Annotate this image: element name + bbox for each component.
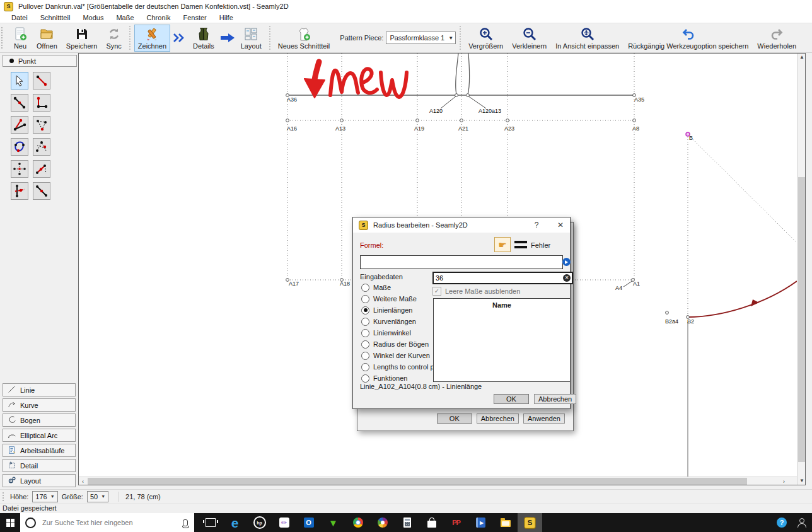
hoehe-select[interactable]: 176 ▼ (32, 491, 57, 502)
horizontal-scrollbar-thumb[interactable] (88, 478, 747, 485)
menu-item-6[interactable]: Fenster (177, 14, 212, 21)
dialog-cancel-button[interactable]: Abbrechen (534, 394, 576, 404)
menu-item-4[interactable]: Maße (110, 14, 140, 21)
tools-sidebar: Punkt LinieKurveBogenElliptical ArcArbei… (0, 53, 78, 485)
details-mode-button[interactable]: Details (189, 25, 218, 52)
menu-item-3[interactable]: Modus (76, 14, 110, 21)
tool-select[interactable] (11, 72, 28, 90)
dialog-help-button[interactable]: ? (527, 221, 546, 229)
section-arbeitsablaeufe[interactable]: Arbeitsabläufe (3, 444, 76, 457)
task-view-taskbar-button[interactable] (198, 513, 223, 532)
variable-filter-input[interactable] (434, 274, 563, 282)
section-kurve-label: Kurve (20, 402, 38, 409)
punkt-group-header[interactable]: Punkt (3, 55, 77, 67)
expand-formula-button[interactable] (562, 258, 571, 266)
speichern-button[interactable]: Speichern (62, 25, 102, 52)
groesse-select[interactable]: 50 ▼ (87, 491, 108, 502)
oeffnen-button[interactable]: Öffnen (33, 25, 61, 52)
menu-item-7[interactable]: Hilfe (213, 14, 240, 21)
tool-point-intersect-curve[interactable] (11, 138, 28, 156)
tool-perpendicular-to-line[interactable] (33, 160, 50, 178)
horizontal-scrollbar[interactable]: ‹ › (79, 477, 797, 485)
vertical-scrollbar-thumb[interactable] (798, 177, 806, 462)
neu-button[interactable]: Neu (9, 25, 32, 52)
tracker-taskbar-button[interactable]: ▼ (321, 513, 345, 532)
section-elliptical-arc[interactable]: Elliptical Arc (3, 429, 76, 442)
tool-point-at-distance-angle[interactable] (33, 72, 50, 90)
radio-icon (361, 363, 369, 371)
people-tray-button[interactable] (792, 513, 812, 532)
file-explorer-taskbar-button[interactable] (493, 513, 518, 532)
layout-mode-button[interactable]: Layout (237, 25, 265, 52)
dialog-ok-button[interactable]: OK (494, 394, 529, 404)
hp-taskbar-button[interactable]: hp (247, 513, 272, 532)
tool-midpoint-between-points[interactable] (33, 182, 50, 200)
outlook-taskbar-button[interactable]: O (296, 513, 321, 532)
menu-item-5[interactable]: Chronik (141, 14, 177, 21)
taskbar-search-input[interactable] (41, 518, 178, 527)
verkleinern-button[interactable]: Verkleinern (508, 25, 550, 52)
pen-app-taskbar-button[interactable]: ✏ (272, 513, 296, 532)
behind-abbrechen-button[interactable]: Abbrechen (477, 413, 519, 424)
dialog-titlebar[interactable]: S Radius bearbeiten - Seamly2D ? ✕ (353, 217, 570, 233)
microphone-icon[interactable] (183, 519, 188, 526)
pp-app-taskbar-button[interactable]: PP (444, 513, 468, 532)
calculator-taskbar-button[interactable] (395, 513, 419, 532)
redo-icon (769, 26, 784, 42)
sync-button[interactable]: Sync (102, 25, 125, 52)
variables-table[interactable]: Name (433, 298, 571, 382)
vergroessern-button[interactable]: Vergrößern (465, 25, 507, 52)
scroll-left-icon[interactable]: ‹ (79, 477, 87, 485)
behind-anwenden-button[interactable]: Anwenden (523, 413, 565, 424)
media-player-taskbar-button[interactable]: ▶ (468, 513, 493, 532)
chrome-taskbar-button[interactable] (345, 513, 370, 532)
tool-point-along-bisector[interactable] (11, 116, 28, 134)
formula-input[interactable] (360, 255, 563, 269)
section-arbeitsablaeufe-label: Arbeitsabläufe (20, 447, 64, 454)
dialog-close-button[interactable]: ✕ (551, 221, 570, 229)
section-linie[interactable]: Linie (3, 383, 76, 396)
edge-taskbar-button[interactable]: e (223, 513, 247, 532)
variable-filter: ✕ (432, 272, 573, 284)
tool-triangle-axis[interactable] (33, 138, 50, 156)
redo-button[interactable]: Wiederholen (753, 25, 800, 52)
seamly2d-taskbar-button[interactable]: S (518, 513, 542, 532)
tool-point-along-perpendicular[interactable] (33, 94, 50, 112)
tool-point-along-line[interactable] (11, 94, 28, 112)
radio-label: Linienwinkel (373, 329, 411, 337)
help-tray-button[interactable]: ? (772, 513, 792, 532)
scroll-down-icon[interactable]: ▼ (798, 477, 806, 485)
section-kurve[interactable]: Kurve (3, 398, 76, 412)
menu-item-1[interactable]: Datei (5, 14, 34, 21)
vertical-scrollbar[interactable]: ▲ ▼ (797, 54, 806, 485)
insert-variable-button[interactable]: ☛ (494, 237, 511, 252)
menu-item-2[interactable]: Schnittteil (34, 14, 77, 21)
toolbar-grip[interactable] (1, 27, 6, 49)
start-button[interactable] (0, 513, 20, 532)
tool-point-from-x-y[interactable] (11, 160, 28, 178)
oeffnen-button-label: Öffnen (37, 42, 57, 50)
radio-label: Radius der Bögen (373, 340, 429, 348)
behind-ok-button[interactable]: OK (437, 413, 472, 424)
neues-schnittteil-button[interactable]: Neues Schnittteil (274, 25, 334, 52)
section-layout[interactable]: Layout (3, 474, 76, 487)
scroll-up-icon[interactable]: ▲ (798, 54, 806, 61)
bogen-icon (8, 415, 16, 425)
clear-filter-icon[interactable]: ✕ (563, 274, 571, 282)
picasa-taskbar-button[interactable] (370, 513, 395, 532)
scroll-right-icon[interactable]: › (780, 477, 788, 485)
taskbar-search-box[interactable] (20, 513, 194, 532)
radio-label: Linienlängen (373, 306, 412, 314)
tool-special-point-shoulder[interactable] (33, 116, 50, 134)
hide-empty-checkbox[interactable]: ✓ Leere Maße ausblenden (432, 287, 520, 296)
section-detail[interactable]: Detail (3, 459, 76, 472)
radio-icon (361, 340, 369, 349)
tool-point-intersect-line-axis[interactable] (11, 182, 28, 200)
undo-button[interactable]: Rückgängig Werkzeugoption speichern (624, 25, 752, 52)
fehler-label: Fehler (531, 241, 550, 249)
zeichnen-mode-button[interactable]: Zeichnen (134, 25, 170, 52)
fit-view-button[interactable]: In Ansicht einpassen (552, 25, 623, 52)
pattern-piece-select[interactable]: Passformklasse 1 ▼ (386, 32, 456, 44)
store-taskbar-button[interactable] (419, 513, 444, 532)
section-bogen[interactable]: Bogen (3, 413, 76, 427)
